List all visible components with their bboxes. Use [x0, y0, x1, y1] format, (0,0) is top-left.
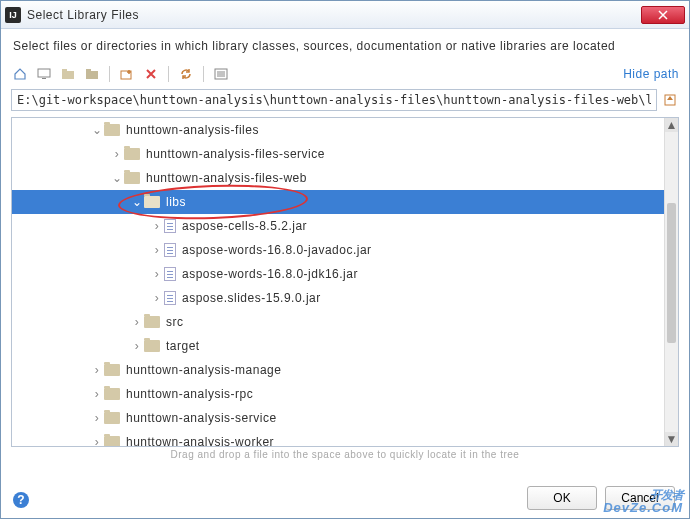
tree-label: src	[166, 315, 184, 329]
chevron-down-icon[interactable]: ⌄	[92, 123, 102, 137]
chevron-right-icon[interactable]: ›	[132, 339, 142, 353]
folder-icon	[124, 172, 140, 184]
show-hidden-icon	[214, 68, 228, 80]
folder-icon	[104, 124, 120, 136]
tree-row[interactable]: ›aspose.slides-15.9.0.jar	[12, 286, 664, 310]
tree-row[interactable]: ⌄hunttown-analysis-files-web	[12, 166, 664, 190]
chevron-right-icon[interactable]: ›	[92, 387, 102, 401]
folder-icon	[104, 364, 120, 376]
toolbar-separator	[168, 66, 169, 82]
svg-rect-3	[62, 69, 67, 72]
history-button[interactable]	[661, 91, 679, 109]
new-folder-button[interactable]	[118, 65, 136, 83]
home-icon	[13, 67, 27, 81]
svg-rect-2	[62, 71, 74, 79]
folder-icon	[104, 388, 120, 400]
tree-label: hunttown-analysis-files-service	[146, 147, 325, 161]
toolbar: Hide path	[1, 61, 689, 89]
close-button[interactable]	[641, 6, 685, 24]
chevron-right-icon[interactable]: ›	[152, 267, 162, 281]
tree-label: hunttown-analysis-files-web	[146, 171, 307, 185]
chevron-right-icon[interactable]: ›	[92, 363, 102, 377]
desktop-icon	[37, 68, 51, 80]
tree-label: aspose-words-16.8.0-javadoc.jar	[182, 243, 372, 257]
module-button[interactable]	[83, 65, 101, 83]
scroll-thumb[interactable]	[667, 203, 676, 343]
tree-row[interactable]: ›src	[12, 310, 664, 334]
chevron-right-icon[interactable]: ›	[152, 291, 162, 305]
jar-file-icon	[164, 291, 176, 305]
tree-label: hunttown-analysis-files	[126, 123, 259, 137]
ok-button[interactable]: OK	[527, 486, 597, 510]
path-row	[1, 89, 689, 117]
tree-label: aspose.slides-15.9.0.jar	[182, 291, 321, 305]
tree-label: hunttown-analysis-rpc	[126, 387, 253, 401]
chevron-right-icon[interactable]: ›	[152, 243, 162, 257]
new-folder-icon	[120, 68, 134, 80]
svg-rect-5	[86, 69, 91, 72]
svg-rect-4	[86, 71, 98, 79]
tree-row[interactable]: ›hunttown-analysis-service	[12, 406, 664, 430]
chevron-right-icon[interactable]: ›	[132, 315, 142, 329]
app-icon: IJ	[5, 7, 21, 23]
folder-icon	[124, 148, 140, 160]
toolbar-separator	[203, 66, 204, 82]
home-button[interactable]	[11, 65, 29, 83]
scroll-down-icon[interactable]: ▼	[665, 432, 678, 446]
desktop-button[interactable]	[35, 65, 53, 83]
dialog-buttons: OK Cancel	[527, 486, 675, 510]
chevron-right-icon[interactable]: ›	[152, 219, 162, 233]
cancel-button[interactable]: Cancel	[605, 486, 675, 510]
tree-row[interactable]: ›hunttown-analysis-files-service	[12, 142, 664, 166]
tree-row[interactable]: ⌄libs	[12, 190, 664, 214]
title-bar: IJ Select Library Files	[1, 1, 689, 29]
history-icon	[663, 93, 677, 107]
folder-icon	[144, 316, 160, 328]
delete-button[interactable]	[142, 65, 160, 83]
folder-icon	[144, 340, 160, 352]
tree-area: ⌄hunttown-analysis-files›hunttown-analys…	[11, 117, 679, 447]
tree-label: target	[166, 339, 200, 353]
tree-row[interactable]: ›target	[12, 334, 664, 358]
chevron-down-icon[interactable]: ⌄	[132, 195, 142, 209]
close-icon	[658, 10, 668, 20]
module-icon	[85, 68, 99, 80]
hide-path-link[interactable]: Hide path	[623, 67, 679, 81]
jar-file-icon	[164, 219, 176, 233]
tree-label: libs	[166, 195, 186, 209]
chevron-right-icon[interactable]: ›	[92, 435, 102, 446]
toolbar-separator	[109, 66, 110, 82]
tree-label: aspose-cells-8.5.2.jar	[182, 219, 307, 233]
refresh-icon	[179, 67, 193, 81]
show-hidden-button[interactable]	[212, 65, 230, 83]
scroll-up-icon[interactable]: ▲	[665, 118, 678, 132]
refresh-button[interactable]	[177, 65, 195, 83]
chevron-right-icon[interactable]: ›	[112, 147, 122, 161]
tree-row[interactable]: ›hunttown-analysis-manage	[12, 358, 664, 382]
tree-row[interactable]: ⌄hunttown-analysis-files	[12, 118, 664, 142]
project-icon	[61, 68, 75, 80]
jar-file-icon	[164, 267, 176, 281]
tree-row[interactable]: ›hunttown-analysis-rpc	[12, 382, 664, 406]
chevron-right-icon[interactable]: ›	[92, 411, 102, 425]
tree-row[interactable]: ›aspose-words-16.8.0-javadoc.jar	[12, 238, 664, 262]
tree-label: aspose-words-16.8.0-jdk16.jar	[182, 267, 358, 281]
hint-text: Drag and drop a file into the space abov…	[1, 447, 689, 462]
folder-icon	[144, 196, 160, 208]
folder-icon	[104, 412, 120, 424]
tree-label: hunttown-analysis-manage	[126, 363, 281, 377]
file-tree[interactable]: ⌄hunttown-analysis-files›hunttown-analys…	[12, 118, 664, 446]
chevron-down-icon[interactable]: ⌄	[112, 171, 122, 185]
path-input[interactable]	[11, 89, 657, 111]
tree-row[interactable]: ›hunttown-analysis-worker	[12, 430, 664, 446]
tree-label: hunttown-analysis-service	[126, 411, 277, 425]
folder-icon	[104, 436, 120, 446]
project-button[interactable]	[59, 65, 77, 83]
svg-rect-0	[38, 69, 50, 77]
tree-label: hunttown-analysis-worker	[126, 435, 274, 446]
tree-row[interactable]: ›aspose-words-16.8.0-jdk16.jar	[12, 262, 664, 286]
tree-row[interactable]: ›aspose-cells-8.5.2.jar	[12, 214, 664, 238]
scrollbar[interactable]: ▲ ▼	[664, 118, 678, 446]
window-title: Select Library Files	[27, 8, 641, 22]
help-button[interactable]: ?	[13, 492, 29, 508]
